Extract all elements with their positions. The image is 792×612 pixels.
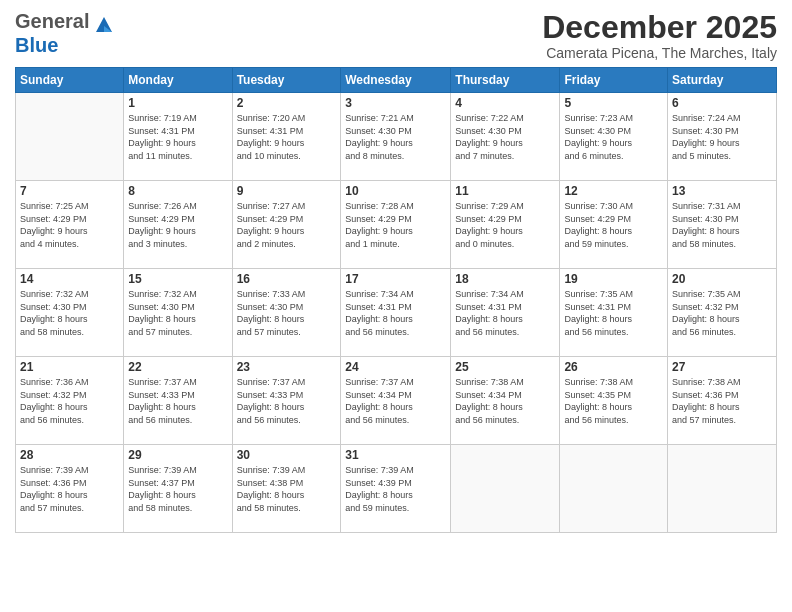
day-cell: 13Sunrise: 7:31 AM Sunset: 4:30 PM Dayli… xyxy=(668,181,777,269)
subtitle: Camerata Picena, The Marches, Italy xyxy=(542,45,777,61)
day-info: Sunrise: 7:39 AM Sunset: 4:38 PM Dayligh… xyxy=(237,464,337,514)
calendar-table: SundayMondayTuesdayWednesdayThursdayFrid… xyxy=(15,67,777,533)
day-number: 4 xyxy=(455,96,555,110)
day-cell: 7Sunrise: 7:25 AM Sunset: 4:29 PM Daylig… xyxy=(16,181,124,269)
day-cell: 18Sunrise: 7:34 AM Sunset: 4:31 PM Dayli… xyxy=(451,269,560,357)
day-number: 15 xyxy=(128,272,227,286)
day-info: Sunrise: 7:38 AM Sunset: 4:35 PM Dayligh… xyxy=(564,376,663,426)
day-number: 13 xyxy=(672,184,772,198)
day-info: Sunrise: 7:23 AM Sunset: 4:30 PM Dayligh… xyxy=(564,112,663,162)
day-info: Sunrise: 7:24 AM Sunset: 4:30 PM Dayligh… xyxy=(672,112,772,162)
day-cell: 15Sunrise: 7:32 AM Sunset: 4:30 PM Dayli… xyxy=(124,269,232,357)
day-cell: 21Sunrise: 7:36 AM Sunset: 4:32 PM Dayli… xyxy=(16,357,124,445)
day-number: 6 xyxy=(672,96,772,110)
day-number: 20 xyxy=(672,272,772,286)
day-info: Sunrise: 7:37 AM Sunset: 4:33 PM Dayligh… xyxy=(128,376,227,426)
day-cell: 29Sunrise: 7:39 AM Sunset: 4:37 PM Dayli… xyxy=(124,445,232,533)
header: General Blue December 2025 Camerata Pice… xyxy=(15,10,777,61)
day-info: Sunrise: 7:27 AM Sunset: 4:29 PM Dayligh… xyxy=(237,200,337,250)
day-number: 27 xyxy=(672,360,772,374)
day-info: Sunrise: 7:32 AM Sunset: 4:30 PM Dayligh… xyxy=(20,288,119,338)
logo-icon xyxy=(91,12,117,38)
day-number: 24 xyxy=(345,360,446,374)
day-cell: 30Sunrise: 7:39 AM Sunset: 4:38 PM Dayli… xyxy=(232,445,341,533)
day-number: 2 xyxy=(237,96,337,110)
day-cell: 26Sunrise: 7:38 AM Sunset: 4:35 PM Dayli… xyxy=(560,357,668,445)
day-info: Sunrise: 7:22 AM Sunset: 4:30 PM Dayligh… xyxy=(455,112,555,162)
day-info: Sunrise: 7:39 AM Sunset: 4:37 PM Dayligh… xyxy=(128,464,227,514)
day-info: Sunrise: 7:37 AM Sunset: 4:33 PM Dayligh… xyxy=(237,376,337,426)
day-info: Sunrise: 7:19 AM Sunset: 4:31 PM Dayligh… xyxy=(128,112,227,162)
title-area: December 2025 Camerata Picena, The March… xyxy=(542,10,777,61)
weekday-header-friday: Friday xyxy=(560,68,668,93)
day-number: 25 xyxy=(455,360,555,374)
day-number: 12 xyxy=(564,184,663,198)
day-info: Sunrise: 7:20 AM Sunset: 4:31 PM Dayligh… xyxy=(237,112,337,162)
day-number: 28 xyxy=(20,448,119,462)
day-cell: 19Sunrise: 7:35 AM Sunset: 4:31 PM Dayli… xyxy=(560,269,668,357)
day-info: Sunrise: 7:34 AM Sunset: 4:31 PM Dayligh… xyxy=(455,288,555,338)
week-row-2: 7Sunrise: 7:25 AM Sunset: 4:29 PM Daylig… xyxy=(16,181,777,269)
day-number: 22 xyxy=(128,360,227,374)
day-cell: 12Sunrise: 7:30 AM Sunset: 4:29 PM Dayli… xyxy=(560,181,668,269)
day-info: Sunrise: 7:26 AM Sunset: 4:29 PM Dayligh… xyxy=(128,200,227,250)
day-number: 9 xyxy=(237,184,337,198)
day-number: 3 xyxy=(345,96,446,110)
day-number: 14 xyxy=(20,272,119,286)
day-number: 16 xyxy=(237,272,337,286)
day-number: 29 xyxy=(128,448,227,462)
day-info: Sunrise: 7:30 AM Sunset: 4:29 PM Dayligh… xyxy=(564,200,663,250)
day-info: Sunrise: 7:32 AM Sunset: 4:30 PM Dayligh… xyxy=(128,288,227,338)
day-cell: 9Sunrise: 7:27 AM Sunset: 4:29 PM Daylig… xyxy=(232,181,341,269)
weekday-header-monday: Monday xyxy=(124,68,232,93)
day-number: 1 xyxy=(128,96,227,110)
day-info: Sunrise: 7:36 AM Sunset: 4:32 PM Dayligh… xyxy=(20,376,119,426)
day-cell: 23Sunrise: 7:37 AM Sunset: 4:33 PM Dayli… xyxy=(232,357,341,445)
day-cell: 22Sunrise: 7:37 AM Sunset: 4:33 PM Dayli… xyxy=(124,357,232,445)
logo-general: General xyxy=(15,10,89,33)
day-cell: 31Sunrise: 7:39 AM Sunset: 4:39 PM Dayli… xyxy=(341,445,451,533)
weekday-header-sunday: Sunday xyxy=(16,68,124,93)
day-number: 5 xyxy=(564,96,663,110)
weekday-header-tuesday: Tuesday xyxy=(232,68,341,93)
day-number: 30 xyxy=(237,448,337,462)
day-number: 17 xyxy=(345,272,446,286)
day-cell: 1Sunrise: 7:19 AM Sunset: 4:31 PM Daylig… xyxy=(124,93,232,181)
weekday-header-saturday: Saturday xyxy=(668,68,777,93)
day-cell xyxy=(16,93,124,181)
day-number: 8 xyxy=(128,184,227,198)
day-cell: 28Sunrise: 7:39 AM Sunset: 4:36 PM Dayli… xyxy=(16,445,124,533)
day-number: 7 xyxy=(20,184,119,198)
day-info: Sunrise: 7:34 AM Sunset: 4:31 PM Dayligh… xyxy=(345,288,446,338)
day-info: Sunrise: 7:39 AM Sunset: 4:36 PM Dayligh… xyxy=(20,464,119,514)
day-info: Sunrise: 7:25 AM Sunset: 4:29 PM Dayligh… xyxy=(20,200,119,250)
day-number: 21 xyxy=(20,360,119,374)
day-cell: 17Sunrise: 7:34 AM Sunset: 4:31 PM Dayli… xyxy=(341,269,451,357)
day-number: 11 xyxy=(455,184,555,198)
day-cell: 4Sunrise: 7:22 AM Sunset: 4:30 PM Daylig… xyxy=(451,93,560,181)
day-cell: 5Sunrise: 7:23 AM Sunset: 4:30 PM Daylig… xyxy=(560,93,668,181)
day-info: Sunrise: 7:31 AM Sunset: 4:30 PM Dayligh… xyxy=(672,200,772,250)
month-title: December 2025 xyxy=(542,10,777,45)
day-cell: 11Sunrise: 7:29 AM Sunset: 4:29 PM Dayli… xyxy=(451,181,560,269)
day-number: 10 xyxy=(345,184,446,198)
day-info: Sunrise: 7:28 AM Sunset: 4:29 PM Dayligh… xyxy=(345,200,446,250)
weekday-header-thursday: Thursday xyxy=(451,68,560,93)
day-info: Sunrise: 7:35 AM Sunset: 4:32 PM Dayligh… xyxy=(672,288,772,338)
day-info: Sunrise: 7:38 AM Sunset: 4:36 PM Dayligh… xyxy=(672,376,772,426)
day-cell: 6Sunrise: 7:24 AM Sunset: 4:30 PM Daylig… xyxy=(668,93,777,181)
day-cell xyxy=(451,445,560,533)
weekday-header-row: SundayMondayTuesdayWednesdayThursdayFrid… xyxy=(16,68,777,93)
day-number: 19 xyxy=(564,272,663,286)
day-info: Sunrise: 7:39 AM Sunset: 4:39 PM Dayligh… xyxy=(345,464,446,514)
day-cell: 27Sunrise: 7:38 AM Sunset: 4:36 PM Dayli… xyxy=(668,357,777,445)
day-cell: 24Sunrise: 7:37 AM Sunset: 4:34 PM Dayli… xyxy=(341,357,451,445)
day-cell: 14Sunrise: 7:32 AM Sunset: 4:30 PM Dayli… xyxy=(16,269,124,357)
day-info: Sunrise: 7:37 AM Sunset: 4:34 PM Dayligh… xyxy=(345,376,446,426)
day-cell: 25Sunrise: 7:38 AM Sunset: 4:34 PM Dayli… xyxy=(451,357,560,445)
weekday-header-wednesday: Wednesday xyxy=(341,68,451,93)
day-info: Sunrise: 7:35 AM Sunset: 4:31 PM Dayligh… xyxy=(564,288,663,338)
day-cell: 20Sunrise: 7:35 AM Sunset: 4:32 PM Dayli… xyxy=(668,269,777,357)
day-cell: 3Sunrise: 7:21 AM Sunset: 4:30 PM Daylig… xyxy=(341,93,451,181)
day-number: 23 xyxy=(237,360,337,374)
